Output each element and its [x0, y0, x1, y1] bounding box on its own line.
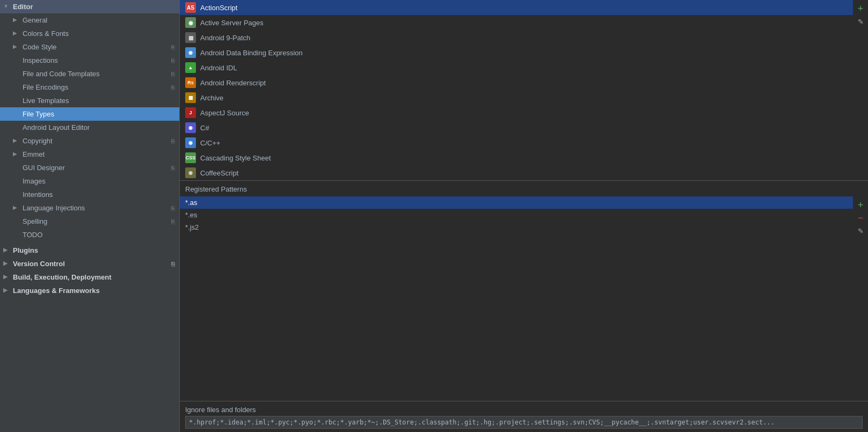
file-type-item-databinding[interactable]: ◉ Android Data Binding Expression — [180, 45, 853, 60]
sidebar-item-spelling[interactable]: Spelling ⎘ — [0, 215, 179, 228]
sidebar-item-copyright[interactable]: ▶ Copyright ⎘ — [0, 134, 179, 148]
file-type-item-css[interactable]: CSS Cascading Style Sheet — [180, 150, 853, 165]
sidebar-item-file-code-templates[interactable]: File and Code Templates ⎘ — [0, 67, 179, 80]
sidebar-todo-label: TODO — [23, 231, 42, 239]
sidebar-section-version-control[interactable]: ▶ Version Control ⎘ — [0, 257, 179, 270]
file-type-item-asp[interactable]: ◉ Active Server Pages — [180, 15, 853, 30]
icon-coffeescript: ◉ — [185, 167, 196, 178]
sidebar-item-gui-designer[interactable]: GUI Designer ⎘ — [0, 161, 179, 174]
icon-databinding: ◉ — [185, 47, 196, 58]
file-type-item-aspectj[interactable]: J AspectJ Source — [180, 105, 853, 120]
pattern-item-es[interactable]: *.es — [180, 209, 853, 221]
sidebar-lang-label: Languages & Frameworks — [13, 287, 100, 295]
copy-icon-li: ⎘ — [171, 205, 175, 211]
label-databinding: Android Data Binding Expression — [200, 49, 303, 57]
label-css: Cascading Style Sheet — [200, 154, 271, 162]
label-android9patch: Android 9-Patch — [200, 34, 250, 42]
sidebar-item-todo[interactable]: TODO — [0, 228, 179, 241]
arrow-plugins: ▶ — [3, 247, 11, 254]
sidebar-item-live-templates[interactable]: Live Templates — [0, 94, 179, 107]
sidebar-ft-label: File Types — [23, 110, 54, 118]
file-type-item-renderscript[interactable]: Rs Android Renderscript — [180, 75, 853, 90]
arrow-build: ▶ — [3, 274, 11, 281]
file-type-item-actionscript[interactable]: AS ActionScript — [180, 0, 853, 15]
sidebar-copyright-label: Copyright — [23, 137, 53, 145]
copy-icon-copyright: ⎘ — [171, 138, 175, 144]
pattern-label-js2: *.js2 — [185, 223, 199, 231]
sidebar-item-file-types[interactable]: File Types — [0, 107, 179, 121]
sidebar-item-inspections[interactable]: Inspections ⎘ — [0, 54, 179, 67]
copy-icon-gui: ⎘ — [171, 165, 175, 171]
label-csharp: C# — [200, 124, 209, 132]
sidebar-item-android-layout-editor[interactable]: Android Layout Editor — [0, 121, 179, 134]
sidebar-section-languages[interactable]: ▶ Languages & Frameworks — [0, 284, 179, 297]
file-type-item-csharp[interactable]: ◉ C# — [180, 120, 853, 135]
sidebar-lt-label: Live Templates — [23, 97, 69, 105]
ignore-input[interactable] — [185, 416, 863, 429]
file-type-list-area: AS ActionScript ◉ Active Server Pages ▦ … — [180, 0, 868, 181]
patterns-list: *.as *.es *.js2 — [180, 196, 853, 347]
arrow-vc: ▶ — [3, 260, 11, 268]
icon-android9patch: ▦ — [185, 32, 196, 43]
add-file-type-button[interactable]: + — [855, 3, 866, 14]
file-type-item-archive[interactable]: ▦ Archive — [180, 90, 853, 105]
sidebar-item-emmet[interactable]: ▶ Emmet — [0, 148, 179, 161]
icon-cpp: ◉ — [185, 137, 196, 148]
sidebar-emmet-label: Emmet — [23, 150, 45, 158]
copy-icon-fe: ⎘ — [171, 84, 175, 91]
file-type-item-idl[interactable]: ▲ Android IDL — [180, 60, 853, 75]
sidebar-section-build[interactable]: ▶ Build, Execution, Deployment — [0, 270, 179, 284]
sidebar-fe-label: File Encodings — [23, 83, 68, 91]
sidebar-item-general[interactable]: ▶ General — [0, 13, 179, 27]
sidebar-section-editor[interactable]: ▼ Editor — [0, 0, 179, 13]
file-type-item-android9patch[interactable]: ▦ Android 9-Patch — [180, 30, 853, 45]
arrow-li: ▶ — [13, 204, 20, 212]
arrow-editor: ▼ — [3, 3, 11, 11]
icon-idl: ▲ — [185, 62, 196, 73]
icon-css: CSS — [185, 152, 196, 163]
label-asp: Active Server Pages — [200, 19, 264, 27]
arrow-lang: ▶ — [3, 287, 11, 295]
sidebar-fct-label: File and Code Templates — [23, 70, 100, 78]
copy-icon-vc: ⎘ — [171, 261, 175, 267]
label-cpp: C/C++ — [200, 139, 221, 147]
sidebar-ale-label: Android Layout Editor — [23, 123, 90, 131]
sidebar-item-file-encodings[interactable]: File Encodings ⎘ — [0, 80, 179, 94]
sidebar-vc-label: Version Control — [13, 260, 65, 268]
ignore-section: Ignore files and folders — [180, 401, 868, 432]
file-type-item-cpp[interactable]: ◉ C/C++ — [180, 135, 853, 150]
icon-aspectj: J — [185, 107, 196, 118]
sidebar-item-code-style[interactable]: ▶ Code Style ⎘ — [0, 40, 179, 54]
label-actionscript: ActionScript — [200, 4, 237, 12]
copy-icon-spelling: ⎘ — [171, 218, 175, 225]
sidebar-item-language-injections[interactable]: ▶ Language Injections ⎘ — [0, 201, 179, 215]
add-pattern-button[interactable]: + — [855, 200, 866, 210]
sidebar-section-plugins[interactable]: ▶ Plugins — [0, 244, 179, 257]
sidebar-item-images[interactable]: Images — [0, 174, 179, 188]
copy-icon-codestyle: ⎘ — [171, 44, 175, 50]
label-coffeescript: CoffeeScript — [200, 169, 238, 177]
sidebar-build-label: Build, Execution, Deployment — [13, 273, 111, 281]
file-type-item-coffeescript[interactable]: ◉ CoffeeScript — [180, 165, 853, 180]
sidebar-item-intentions[interactable]: Intentions — [0, 188, 179, 201]
arrow-emmet: ▶ — [13, 151, 20, 158]
label-idl: Android IDL — [200, 64, 237, 72]
registered-patterns-label: Registered Patterns — [180, 181, 868, 196]
sidebar-plugins-label: Plugins — [13, 246, 38, 254]
edit-file-type-button[interactable]: ✎ — [855, 16, 866, 27]
remove-pattern-button[interactable]: − — [855, 213, 866, 223]
pattern-item-as[interactable]: *.as — [180, 196, 853, 209]
sidebar-item-colors-fonts[interactable]: ▶ Colors & Fonts — [0, 27, 179, 40]
icon-csharp: ◉ — [185, 122, 196, 133]
icon-renderscript: Rs — [185, 77, 196, 88]
icon-actionscript: AS — [185, 2, 196, 13]
edit-pattern-button[interactable]: ✎ — [855, 225, 866, 236]
label-aspectj: AspectJ Source — [200, 109, 249, 117]
sidebar-intentions-label: Intentions — [23, 191, 53, 199]
ignore-label: Ignore files and folders — [185, 406, 863, 414]
sidebar-gui-label: GUI Designer — [23, 164, 65, 172]
arrow-codestyle: ▶ — [13, 43, 20, 51]
arrow-general: ▶ — [13, 17, 20, 24]
file-type-side-buttons: + ✎ — [853, 0, 868, 180]
pattern-item-js2[interactable]: *.js2 — [180, 221, 853, 233]
